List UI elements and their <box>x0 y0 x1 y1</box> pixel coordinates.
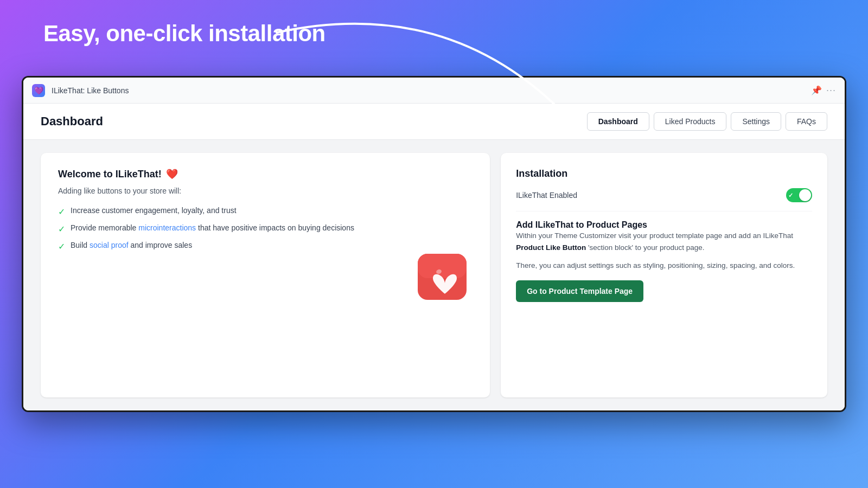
nav-tabs: Dashboard Liked Products Settings FAQs <box>587 112 827 131</box>
svg-rect-1 <box>418 254 467 278</box>
go-to-template-button[interactable]: Go to Product Template Page <box>516 280 643 302</box>
add-section-body: Within your Theme Customizer visit your … <box>516 230 812 253</box>
installation-card: Installation ILikeThat Enabled Add ILike… <box>501 153 827 397</box>
bold-text: Product Like Button <box>516 243 586 252</box>
welcome-header: Welcome to ILikeThat! ❤️ <box>58 168 473 180</box>
app-title: ILikeThat: Like Buttons <box>52 86 805 95</box>
welcome-title: Welcome to ILikeThat! <box>58 169 162 180</box>
check-icon-3: ✓ <box>58 241 65 252</box>
social-proof-link[interactable]: social proof <box>90 241 129 249</box>
welcome-subtitle: Adding like buttons to your store will: <box>58 187 473 195</box>
toggle-knob <box>799 189 811 201</box>
headline-text: Easy, one-click installation <box>43 21 326 47</box>
enabled-toggle[interactable] <box>786 188 812 202</box>
add-section-note: There, you can adjust settings such as s… <box>516 260 812 272</box>
feature-list: ✓ Increase customer engagement, loyalty,… <box>58 206 473 252</box>
feature-text-3: Build social proof and improve sales <box>71 241 192 249</box>
more-options-icon[interactable]: ··· <box>826 85 836 96</box>
titlebar-actions: 📌 ··· <box>811 85 836 96</box>
toggle-label: ILikeThat Enabled <box>516 191 577 200</box>
browser-titlebar: 💜 ILikeThat: Like Buttons 📌 ··· <box>23 78 845 104</box>
pin-icon[interactable]: 📌 <box>811 85 822 95</box>
feature-item-1: ✓ Increase customer engagement, loyalty,… <box>58 206 473 217</box>
feature-text-1: Increase customer engagement, loyalty, a… <box>71 206 237 215</box>
feature-item-3: ✓ Build social proof and improve sales <box>58 241 473 252</box>
toggle-row: ILikeThat Enabled <box>516 188 812 211</box>
installation-title: Installation <box>516 168 812 179</box>
welcome-card: Welcome to ILikeThat! ❤️ Adding like but… <box>41 153 490 397</box>
check-icon-2: ✓ <box>58 224 65 234</box>
app-logo-icon: 💜 <box>32 84 45 97</box>
heart-illustration <box>415 246 475 305</box>
top-navigation: Dashboard Dashboard Liked Products Setti… <box>23 104 845 140</box>
add-section: Add ILikeThat to Product Pages Within yo… <box>516 220 812 302</box>
browser-window: 💜 ILikeThat: Like Buttons 📌 ··· Dashboar… <box>22 76 846 412</box>
tab-faqs[interactable]: FAQs <box>786 112 827 131</box>
add-section-title: Add ILikeThat to Product Pages <box>516 220 812 230</box>
page-title: Dashboard <box>41 114 103 129</box>
welcome-heart-emoji: ❤️ <box>166 168 178 180</box>
tab-settings[interactable]: Settings <box>731 112 781 131</box>
browser-content: Dashboard Dashboard Liked Products Setti… <box>23 104 845 410</box>
feature-item-2: ✓ Provide memorable microinteractions th… <box>58 223 473 234</box>
feature-text-2: Provide memorable microinteractions that… <box>71 223 354 232</box>
tab-dashboard[interactable]: Dashboard <box>587 112 649 131</box>
check-icon-1: ✓ <box>58 207 65 217</box>
main-content: Welcome to ILikeThat! ❤️ Adding like but… <box>23 140 845 410</box>
tab-liked-products[interactable]: Liked Products <box>654 112 727 131</box>
microinteractions-link[interactable]: microinteractions <box>138 223 196 232</box>
